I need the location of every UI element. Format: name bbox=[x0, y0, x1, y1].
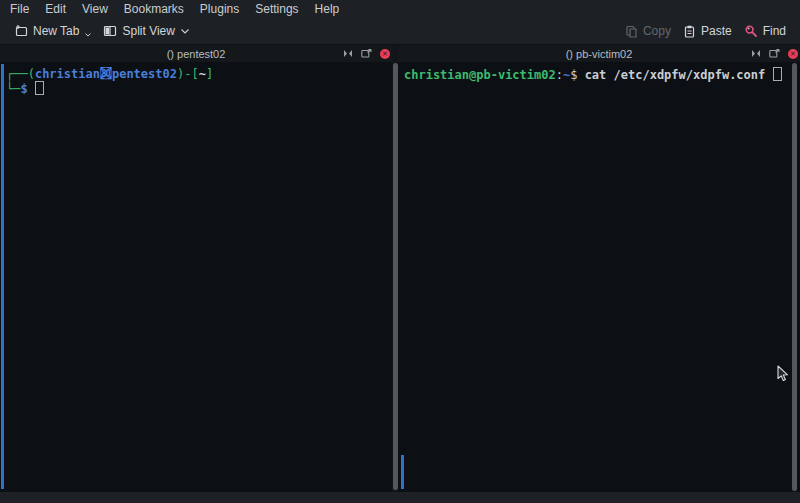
copy-icon bbox=[625, 25, 638, 38]
paste-label: Paste bbox=[701, 24, 732, 38]
find-label: Find bbox=[763, 24, 786, 38]
menu-item-help[interactable]: Help bbox=[307, 2, 348, 16]
terminal-text-segment bbox=[28, 82, 35, 96]
new-tab-button[interactable]: New Tab bbox=[8, 22, 97, 40]
menu-item-edit[interactable]: Edit bbox=[37, 2, 74, 16]
menu-item-plugins[interactable]: Plugins bbox=[192, 2, 247, 16]
copy-label: Copy bbox=[643, 24, 671, 38]
pane-header[interactable]: () pentest02 ✕ bbox=[0, 45, 392, 62]
paste-icon bbox=[683, 25, 696, 38]
terminal-text-segment: ] bbox=[206, 67, 213, 81]
scrollbar-left-pane[interactable] bbox=[1, 64, 4, 489]
pane-pb-victim02: () pb-victim02 ✕ bbox=[398, 45, 800, 492]
splitter-handle[interactable] bbox=[393, 63, 398, 490]
scrollbar-track-right[interactable] bbox=[792, 63, 797, 491]
menu-item-file[interactable]: File bbox=[2, 2, 37, 16]
maximize-pane-icon[interactable] bbox=[751, 49, 761, 58]
terminal-text-segment: ~ bbox=[199, 67, 206, 81]
terminal-cursor bbox=[35, 81, 44, 95]
konsole-window: FileEditViewBookmarksPluginsSettingsHelp… bbox=[0, 0, 800, 503]
pane-title: () pb-victim02 bbox=[566, 48, 633, 60]
chevron-down-icon bbox=[85, 33, 91, 37]
menu-bar: FileEditViewBookmarksPluginsSettingsHelp bbox=[0, 0, 800, 18]
find-icon bbox=[744, 24, 758, 38]
menu-item-view[interactable]: View bbox=[74, 2, 116, 16]
menu-item-bookmarks[interactable]: Bookmarks bbox=[116, 2, 192, 16]
pane-pentest02: () pentest02 ✕ bbox=[0, 45, 392, 492]
terminal-pentest02[interactable]: ┌──(christian㉏pentest02)-[~]└─$ bbox=[0, 62, 392, 492]
terminal-line: christian@pb-victim02:~$ cat /etc/xdpfw/… bbox=[404, 67, 800, 82]
terminal-line: └─$ bbox=[6, 81, 392, 96]
terminal-text-segment: )-[ bbox=[177, 67, 199, 81]
close-pane-button[interactable]: ✕ bbox=[788, 49, 798, 59]
split-view-label: Split View bbox=[122, 24, 174, 38]
terminal-text-segment: : bbox=[556, 68, 563, 82]
terminal-text-segment: ┌──( bbox=[6, 67, 35, 81]
detach-pane-icon[interactable] bbox=[769, 49, 780, 58]
terminal-text-segment: cat /etc/xdpfw/xdpfw.conf bbox=[577, 68, 772, 82]
close-pane-button[interactable]: ✕ bbox=[380, 49, 390, 59]
terminal-line: ┌──(christian㉏pentest02)-[~] bbox=[6, 67, 392, 81]
maximize-pane-icon[interactable] bbox=[343, 49, 353, 58]
chevron-down-icon bbox=[181, 29, 189, 34]
terminal-pb-victim02[interactable]: christian@pb-victim02:~$ cat /etc/xdpfw/… bbox=[398, 62, 800, 492]
scrollbar-right-pane[interactable] bbox=[401, 455, 404, 489]
pane-header[interactable]: () pb-victim02 ✕ bbox=[398, 45, 800, 62]
detach-pane-icon[interactable] bbox=[361, 49, 372, 58]
split-view-button[interactable]: Split View bbox=[97, 22, 194, 40]
menu-item-settings[interactable]: Settings bbox=[247, 2, 306, 16]
terminal-text-segment: christian@pb-victim02 bbox=[404, 68, 556, 82]
new-tab-icon bbox=[14, 24, 28, 38]
copy-button: Copy bbox=[619, 22, 677, 40]
terminal-text-segment: $ bbox=[20, 82, 27, 96]
find-button[interactable]: Find bbox=[738, 22, 792, 40]
new-tab-label: New Tab bbox=[33, 24, 79, 38]
terminal-text-segment: christian㉏pentest02 bbox=[35, 67, 177, 81]
split-view-icon bbox=[103, 24, 117, 38]
pane-title: () pentest02 bbox=[167, 48, 226, 60]
terminal-cursor bbox=[773, 67, 782, 81]
split-view-container: () pentest02 ✕ bbox=[0, 45, 800, 492]
toolbar: New Tab Split View bbox=[0, 18, 800, 45]
terminal-text-segment: └─ bbox=[6, 82, 20, 96]
paste-button[interactable]: Paste bbox=[677, 22, 738, 40]
